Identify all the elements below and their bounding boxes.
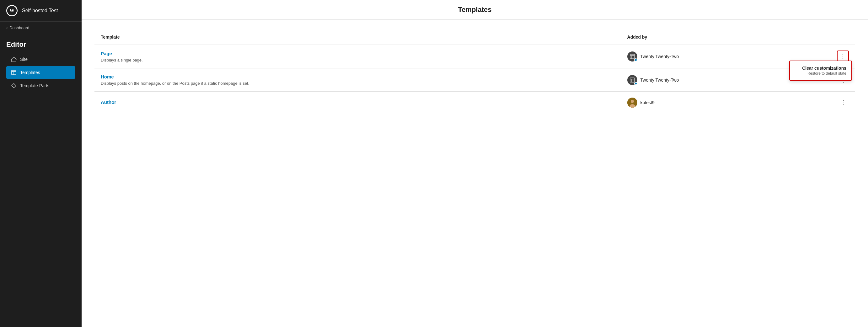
main-content: Templates Template Added by Page Display… (82, 0, 868, 327)
sidebar-item-site-label: Site (20, 57, 28, 62)
clear-customizations-label: Clear customizations (795, 66, 846, 70)
clear-customizations-item[interactable]: Clear customizations Restore to default … (790, 62, 851, 79)
sidebar-item-templates[interactable]: Templates (6, 66, 75, 79)
svg-rect-7 (630, 54, 634, 59)
svg-rect-4 (11, 70, 16, 75)
template-name-home[interactable]: Home (101, 74, 615, 80)
col-added-by: Added by (621, 30, 831, 45)
page-title: Templates (94, 6, 856, 14)
home-icon (11, 56, 17, 62)
actions-cell-author: ⋮ (831, 92, 856, 114)
template-cell-page: Page Displays a single page. (94, 45, 621, 68)
sidebar-item-site[interactable]: Site (6, 53, 75, 66)
svg-rect-3 (11, 59, 16, 62)
dropdown-menu-page: Clear customizations Restore to default … (789, 61, 852, 81)
added-by-name-home: Twenty Twenty-Two (641, 78, 679, 83)
sidebar-header: W Self-hosted Test (0, 0, 82, 22)
table-row: Author (94, 92, 856, 114)
avatar-page (627, 52, 637, 61)
template-name-page[interactable]: Page (101, 51, 615, 56)
sidebar-item-templates-label: Templates (20, 70, 40, 75)
sidebar-item-template-parts[interactable]: Template Parts (6, 80, 75, 92)
restore-default-label: Restore to default state (795, 71, 846, 76)
top-bar: Templates (82, 0, 868, 20)
sidebar-item-template-parts-label: Template Parts (20, 83, 49, 88)
editor-section: Editor Site Templates (0, 34, 82, 95)
added-by-name-page: Twenty Twenty-Two (641, 54, 679, 59)
template-name-author[interactable]: Author (101, 99, 615, 105)
more-options-button-author[interactable]: ⋮ (838, 97, 849, 108)
template-cell-author: Author (94, 92, 621, 114)
added-by-name-author: kptest9 (641, 100, 655, 105)
sidebar: W Self-hosted Test ‹ Dashboard Editor Si… (0, 0, 82, 327)
svg-point-14 (631, 100, 634, 103)
templates-table: Template Added by Page Displays a single… (94, 29, 856, 114)
template-desc-page: Displays a single page. (101, 58, 143, 62)
template-cell-home: Home Displays posts on the homepage, or … (94, 68, 621, 92)
template-desc-home: Displays posts on the homepage, or on th… (101, 81, 249, 86)
actions-cell-page: ⋮ Clear customizations Restore to defaul… (831, 45, 856, 68)
svg-text:W: W (9, 8, 14, 13)
dashboard-link[interactable]: ‹ Dashboard (0, 22, 82, 34)
svg-rect-10 (630, 78, 634, 82)
wp-logo-icon: W (6, 5, 18, 16)
added-by-cell-author: kptest9 (621, 92, 831, 114)
avatar-home (627, 75, 637, 85)
dashboard-link-label: Dashboard (9, 25, 30, 30)
chevron-left-icon: ‹ (6, 26, 7, 30)
col-template: Template (94, 30, 621, 45)
table-row: Page Displays a single page. (94, 45, 856, 68)
templates-icon (11, 69, 17, 76)
avatar-author (627, 98, 637, 108)
diamond-icon (11, 83, 17, 89)
editor-label: Editor (6, 40, 75, 49)
table-row: Home Displays posts on the homepage, or … (94, 68, 856, 92)
site-name: Self-hosted Test (22, 8, 58, 13)
content-area: Template Added by Page Displays a single… (82, 20, 868, 327)
